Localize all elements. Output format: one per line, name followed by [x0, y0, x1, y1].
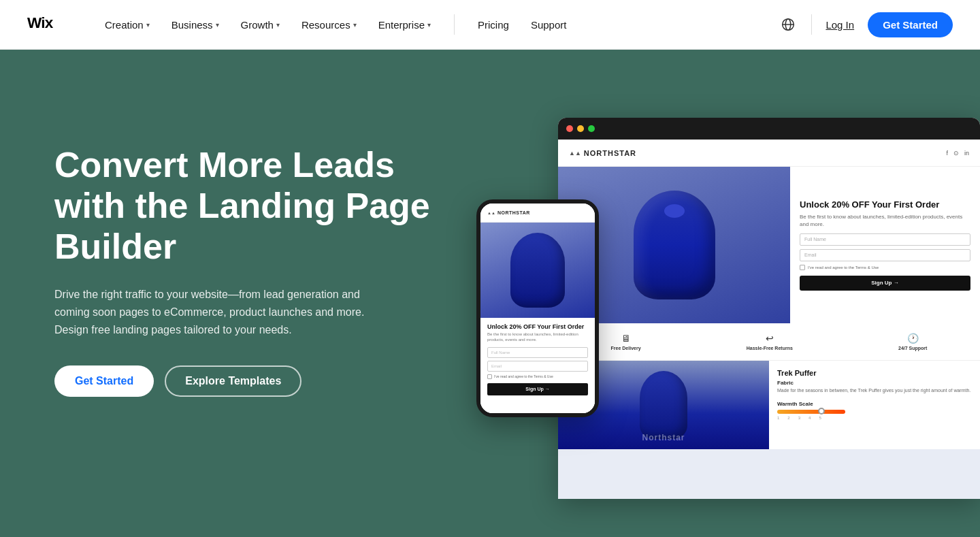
nav-item-pricing[interactable]: Pricing: [468, 14, 519, 36]
nav-pricing-label: Pricing: [478, 19, 509, 31]
navbar: Wix Creation ▾ Business ▾ Growth ▾ Resou…: [0, 0, 980, 50]
hero-title: Convert More Leads with the Landing Page…: [54, 145, 436, 267]
nav-business-label: Business: [172, 19, 213, 31]
svg-text:Wix: Wix: [27, 14, 54, 31]
nav-item-support[interactable]: Support: [521, 14, 576, 36]
mobile-terms-checkbox[interactable]: [487, 374, 492, 379]
email-input[interactable]: Email: [800, 249, 970, 261]
titlebar: [558, 118, 980, 140]
returns-label: Hassle-Free Returns: [747, 346, 793, 351]
delivery-label: Free Delivery: [611, 346, 641, 351]
northstar-header: ▲▲ NORTHSTAR f ⊙ in: [558, 140, 980, 167]
linkedin-icon: in: [964, 150, 969, 157]
mobile-header: ▲▲ NORTHSTAR: [480, 204, 595, 223]
hero-mockup: ▲▲ NORTHSTAR f ⊙ in Unlock 20% OFF Your …: [517, 50, 980, 537]
nav-links: Creation ▾ Business ▾ Growth ▾ Resources…: [95, 14, 776, 36]
chevron-down-icon: ▾: [146, 21, 150, 29]
get-started-nav-button[interactable]: Get Started: [868, 12, 953, 37]
nav-item-growth[interactable]: Growth ▾: [231, 14, 289, 36]
mobile-content: ▲▲ NORTHSTAR Unlock 20% OFF Your First O…: [480, 204, 595, 413]
login-button[interactable]: Log In: [823, 14, 857, 36]
warmth-numbers: 1 2 3 4 5: [777, 416, 972, 420]
mobile-terms-label: I've read and agree to the Terms & Use: [494, 374, 553, 378]
panel-title: Unlock 20% OFF Your First Order: [800, 199, 970, 210]
checkbox-row: I've read and agree to the Terms & Use: [800, 265, 970, 270]
mobile-jacket-image: [480, 223, 595, 318]
chevron-down-icon: ▾: [427, 21, 431, 29]
product-detail: Trek Puffer Fabric Made for the seasons …: [769, 361, 980, 449]
chevron-down-icon: ▾: [276, 21, 280, 29]
fabric-description: Made for the seasons in between, the Tre…: [777, 387, 972, 394]
terms-label: I've read and agree to the Terms & Use: [808, 265, 879, 270]
chevron-down-icon: ▾: [216, 21, 219, 29]
mobile-checkbox-row: I've read and agree to the Terms & Use: [487, 374, 588, 379]
service-returns: ↩ Hassle-Free Returns: [747, 333, 793, 351]
nav-item-business[interactable]: Business ▾: [162, 14, 229, 36]
mobile-name-input[interactable]: Full Name: [487, 347, 588, 358]
service-support: 🕐 24/7 Support: [898, 333, 927, 351]
product-name: Trek Puffer: [777, 369, 972, 377]
services-row: 🖥 Free Delivery ↩ Hassle-Free Returns 🕐 …: [558, 323, 980, 361]
logo[interactable]: Wix: [27, 12, 68, 37]
delivery-icon: 🖥: [621, 333, 631, 344]
chevron-down-icon: ▾: [353, 21, 357, 29]
mobile-mockup: ▲▲ NORTHSTAR Unlock 20% OFF Your First O…: [476, 199, 599, 417]
hero-buttons: Get Started Explore Templates: [54, 365, 436, 397]
nav-item-creation[interactable]: Creation ▾: [95, 14, 159, 36]
signup-panel: Unlock 20% OFF Your First Order Be the f…: [790, 167, 980, 323]
product-area: Northstar Trek Puffer Fabric Made for th…: [558, 361, 980, 449]
jacket-shape-main: [634, 191, 715, 299]
nav-creation-label: Creation: [105, 19, 144, 31]
mobile-signup-button[interactable]: Sign Up →: [487, 383, 588, 395]
warmth-scale-label: Warmth Scale: [777, 401, 972, 407]
nav-growth-label: Growth: [241, 19, 274, 31]
nav-right: Log In Get Started: [776, 12, 953, 37]
titlebar-dot-green: [588, 125, 595, 132]
terms-checkbox[interactable]: [800, 265, 805, 270]
wix-logo-text: Wix: [27, 12, 68, 37]
returns-icon: ↩: [766, 333, 774, 344]
hero-section: Convert More Leads with the Landing Page…: [0, 50, 980, 537]
nav-item-enterprise[interactable]: Enterprise ▾: [369, 14, 440, 36]
instagram-icon: ⊙: [953, 150, 959, 157]
panel-sub: Be the first to know about launches, lim…: [800, 213, 970, 228]
warmth-scale-bar: [777, 410, 972, 414]
service-delivery: 🖥 Free Delivery: [611, 333, 641, 351]
desktop-mockup: ▲▲ NORTHSTAR f ⊙ in Unlock 20% OFF Your …: [558, 118, 980, 499]
nav-divider: [454, 14, 455, 35]
desktop-browser-content: ▲▲ NORTHSTAR f ⊙ in Unlock 20% OFF Your …: [558, 140, 980, 499]
titlebar-dot-red: [566, 125, 573, 132]
nav-enterprise-label: Enterprise: [378, 19, 425, 31]
jacket-shape-product: [640, 371, 687, 439]
ns-hero-area: Unlock 20% OFF Your First Order Be the f…: [558, 167, 980, 323]
titlebar-dot-yellow: [577, 125, 584, 132]
mobile-panel-sub: Be the first to know about launches, lim…: [487, 331, 588, 343]
fabric-label: Fabric: [777, 380, 972, 386]
hero-explore-templates-button[interactable]: Explore Templates: [165, 365, 301, 397]
mobile-panel-title: Unlock 20% OFF Your First Order: [487, 323, 588, 330]
nav-resources-label: Resources: [301, 19, 350, 31]
nav-support-label: Support: [531, 19, 567, 31]
hero-get-started-button[interactable]: Get Started: [54, 365, 154, 397]
brand-watermark: Northstar: [642, 433, 685, 442]
nav-right-divider: [811, 14, 812, 35]
social-icons: f ⊙ in: [946, 150, 969, 157]
mobile-email-input[interactable]: Email: [487, 361, 588, 372]
fullname-input[interactable]: Full Name: [800, 233, 970, 246]
facebook-icon: f: [946, 150, 948, 157]
support-label: 24/7 Support: [898, 346, 927, 351]
mobile-jacket-shape: [510, 233, 565, 308]
hero-content: Convert More Leads with the Landing Page…: [54, 104, 436, 397]
warmth-progress: [777, 410, 845, 414]
mobile-form-area: Unlock 20% OFF Your First Order Be the f…: [480, 318, 595, 413]
support-icon: 🕐: [907, 333, 919, 344]
northstar-logo: NORTHSTAR: [584, 149, 636, 157]
mobile-northstar-logo: NORTHSTAR: [497, 210, 530, 215]
nav-item-resources[interactable]: Resources ▾: [292, 14, 366, 36]
language-selector[interactable]: [776, 12, 800, 37]
signup-button[interactable]: Sign Up →: [800, 276, 970, 291]
hero-description: Drive the right traffic to your website—…: [54, 286, 368, 338]
warmth-indicator: [818, 408, 825, 414]
